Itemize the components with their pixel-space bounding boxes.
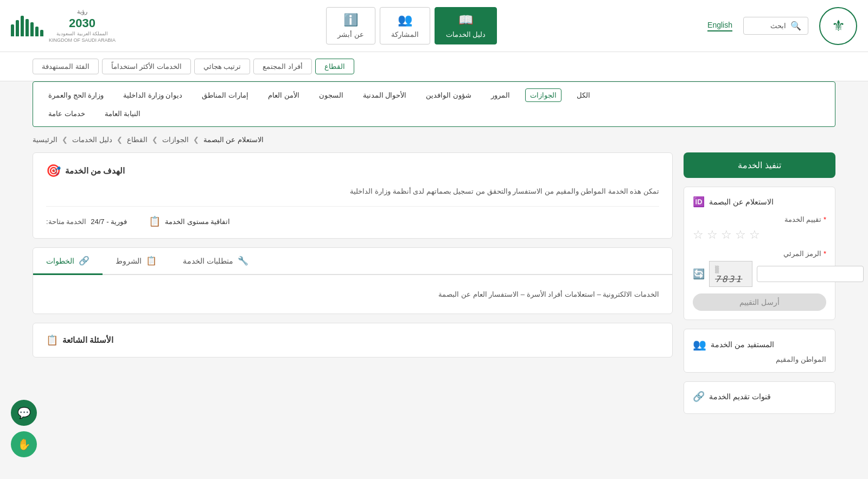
tab-steps-content: الخدمات الالكترونية – استعلامات أفراد ال… [33, 275, 672, 314]
english-link[interactable]: English [707, 21, 732, 31]
sla-title: اتفاقية مستوى الخدمة [165, 218, 230, 226]
execute-service-button[interactable]: تنفيذ الخدمة [684, 152, 835, 178]
availability-block: فورية - 24/7 الخدمة متاحة: [46, 218, 127, 226]
beneficiary-value: المواطن والمقيم [693, 355, 826, 363]
faq-title-row: الأسئلة الشائعة 📋 [46, 334, 659, 346]
breadcrumb: الاستعلام عن البصمة ❯ الجوازات ❯ القطاع … [0, 127, 868, 152]
availability-value: فورية - 24/7 [91, 218, 127, 226]
chat-float-button[interactable]: 💬 [11, 400, 37, 426]
bar5 [21, 16, 24, 36]
search-icon: 🔍 [790, 21, 801, 31]
beneficiary-card: المستفيد من الخدمة 👥 المواطن والمقيم [684, 329, 835, 373]
tab-requirements-label: متطلبات الخدمة [183, 257, 233, 265]
nav-about[interactable]: ℹ️ عن أبشر [326, 7, 375, 44]
header: ⚜ 🔍 ابحث English 📖 دليل الخدمات 👥 المشار… [0, 0, 868, 52]
search-box[interactable]: 🔍 ابحث [743, 17, 808, 35]
star-rating[interactable]: ☆ ☆ ☆ ☆ ☆ [693, 228, 826, 242]
filter-alphabetic[interactable]: ترتيب هجائي [194, 59, 251, 74]
help-float-button[interactable]: ✋ [11, 431, 37, 436]
sla-icon: 📋 [149, 215, 161, 227]
star-2[interactable]: ☆ [707, 228, 718, 242]
header-right: ⚜ 🔍 ابحث English [707, 7, 857, 45]
sector-row-1: الكل الجوازات المرور شؤون الوافدين الأحو… [44, 88, 824, 102]
filter-most-used[interactable]: الخدمات الأكثر استخداماً [102, 59, 191, 74]
nav-service-guide[interactable]: 📖 دليل الخدمات [435, 7, 497, 44]
about-icon: ℹ️ [343, 13, 358, 27]
main-content: تنفيذ الخدمة الاستعلام عن البصمة 🆔 * تقي… [0, 152, 868, 436]
send-rating-button[interactable]: أرسل التقييم [693, 293, 826, 311]
breadcrumb-sep2: ❯ [117, 136, 123, 144]
participation-icon: 👥 [398, 13, 412, 27]
sector-public-prosecution[interactable]: النيابة العامة [100, 107, 145, 120]
captcha-label: * الرمز المرئي [693, 250, 826, 258]
nav-service-guide-label: دليل الخدمات [446, 30, 486, 39]
filter-sector[interactable]: القطاع [315, 59, 354, 74]
right-panel: الهدف من الخدمة 🎯 تمكن هذه الخدمة المواط… [33, 152, 673, 357]
sector-prisons[interactable]: السجون [315, 89, 348, 101]
sector-all[interactable]: الكل [572, 89, 595, 101]
sector-public-services[interactable]: خدمات عامة [44, 107, 90, 120]
goal-icon: 🎯 [46, 164, 61, 178]
filter-society[interactable]: أفراد المجتمع [253, 59, 312, 74]
beneficiary-title-row: المستفيد من الخدمة 👥 [693, 338, 826, 351]
service-goal-title-text: الهدف من الخدمة [65, 166, 125, 176]
sector-expatriates[interactable]: شؤون الوافدين [422, 89, 476, 101]
sector-hajj[interactable]: وزارة الحج والعمرة [44, 89, 108, 101]
breadcrumb-passports[interactable]: الجوازات [162, 136, 189, 144]
breadcrumb-sector[interactable]: القطاع [127, 136, 148, 144]
search-label: ابحث [770, 22, 786, 30]
steps-text: الخدمات الالكترونية – استعلامات أفراد ال… [438, 290, 659, 298]
breadcrumb-sep4: ❯ [193, 136, 199, 144]
star-3[interactable]: ☆ [721, 228, 732, 242]
captcha-required-star: * [824, 250, 826, 258]
captcha-input[interactable] [757, 266, 864, 282]
sector-traffic[interactable]: المرور [487, 89, 514, 101]
breadcrumb-guide[interactable]: دليل الخدمات [72, 136, 112, 144]
sector-row-2: النيابة العامة خدمات عامة [44, 107, 824, 120]
breadcrumb-home[interactable]: الرئيسية [33, 136, 58, 144]
rating-required-star: * [824, 215, 826, 223]
bar7 [11, 24, 14, 36]
refresh-captcha-icon[interactable]: 🔄 [693, 268, 705, 280]
fingerprint-icon: 🆔 [693, 196, 705, 208]
captcha-row: 🔄 ▒ 7831 [693, 261, 826, 287]
tab-steps-label: الخطوات [46, 257, 74, 265]
captcha-value: 7831 [715, 274, 743, 284]
steps-icon: 🔗 [79, 256, 90, 266]
service-info-row: اتفاقية مستوى الخدمة 📋 فورية - 24/7 الخد… [46, 206, 659, 227]
star-1[interactable]: ☆ [693, 228, 704, 242]
service-name-row: الاستعلام عن البصمة 🆔 [693, 196, 826, 208]
sla-block: اتفاقية مستوى الخدمة 📋 [149, 215, 230, 227]
tabs-header: 🔧 متطلبات الخدمة 📋 الشروط 🔗 الخطوات [33, 248, 672, 275]
rating-card: الاستعلام عن البصمة 🆔 * تقييم الخدمة ☆ ☆… [684, 187, 835, 320]
sector-civil-affairs[interactable]: الأحوال المدنية [359, 89, 411, 101]
channels-card: قنوات تقديم الخدمة 🔗 [684, 381, 835, 414]
header-nav: 📖 دليل الخدمات 👥 المشاركة ℹ️ عن أبشر [326, 7, 497, 44]
star-5[interactable]: ☆ [749, 228, 760, 242]
faq-title-text: الأسئلة الشائعة [62, 335, 113, 345]
bar2 [35, 27, 39, 36]
beneficiary-icon: 👥 [693, 338, 706, 351]
service-goal-text: تمكن هذه الخدمة المواطن والمقيم من الاست… [46, 186, 659, 197]
channels-title-label: قنوات تقديم الخدمة [709, 392, 771, 401]
header-left: رؤية 2030 المملكة العربية السعودية KINGD… [11, 8, 116, 43]
service-goal-title: الهدف من الخدمة 🎯 [46, 164, 659, 178]
beneficiary-title-label: المستفيد من الخدمة [711, 340, 774, 349]
logo: ⚜ [819, 7, 857, 45]
vision-bars [11, 15, 43, 36]
faq-icon: 📋 [46, 334, 58, 346]
filter-target-group[interactable]: الفئة المستهدفة [33, 59, 99, 74]
captcha-section: * الرمز المرئي 🔄 ▒ 7831 أرسل التقييم [693, 250, 826, 311]
sector-general-security[interactable]: الأمن العام [264, 89, 304, 101]
sector-regions[interactable]: إمارات المناطق [197, 89, 253, 101]
tab-conditions[interactable]: 📋 الشروط [103, 248, 170, 275]
bar1 [40, 30, 43, 36]
captcha-image: ▒ 7831 [709, 261, 752, 287]
star-4[interactable]: ☆ [735, 228, 746, 242]
nav-participation[interactable]: 👥 المشاركة [380, 7, 430, 44]
sector-interior-council[interactable]: ديوان وزارة الداخلية [119, 89, 187, 101]
sector-passports[interactable]: الجوازات [525, 88, 561, 102]
tab-steps[interactable]: 🔗 الخطوات [33, 248, 103, 275]
tabs-card: 🔧 متطلبات الخدمة 📋 الشروط 🔗 الخطوات الخد… [33, 247, 673, 314]
tab-requirements[interactable]: 🔧 متطلبات الخدمة [170, 248, 261, 275]
